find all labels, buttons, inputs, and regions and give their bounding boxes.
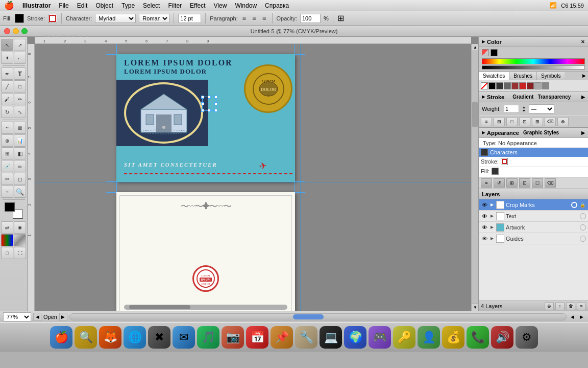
stroke-icon-4[interactable]: ⊡ xyxy=(519,117,530,126)
layer-row-text[interactable]: 👁 ▶ Text xyxy=(479,211,588,222)
fullscreen-btn[interactable]: ⛶ xyxy=(14,247,26,259)
line-tool[interactable]: ╱ xyxy=(1,80,13,93)
dock-finder[interactable]: 🍎 xyxy=(50,326,72,349)
hscroll-bar[interactable] xyxy=(69,313,567,320)
dock-speaker[interactable]: 🔊 xyxy=(491,326,513,349)
blend-tool[interactable]: ∞ xyxy=(14,160,26,172)
shape-tool[interactable]: □ xyxy=(14,80,26,93)
menu-window[interactable]: Window xyxy=(235,2,257,9)
graph-tool[interactable]: 📊 xyxy=(14,134,26,147)
layer-expand-artwork[interactable]: ▶ xyxy=(489,225,495,230)
tab-symbols[interactable]: Symbols xyxy=(537,72,565,80)
stroke-indicator[interactable] xyxy=(491,49,498,56)
menu-file[interactable]: File xyxy=(59,2,68,9)
minimize-button[interactable] xyxy=(13,28,19,34)
ap-icon-1[interactable]: ≡ xyxy=(481,178,492,188)
swatch-red2[interactable] xyxy=(519,82,526,89)
swatch-red3[interactable] xyxy=(527,82,534,89)
eraser-tool[interactable]: ◻ xyxy=(14,173,26,185)
normal-mode-btn[interactable]: □ xyxy=(1,247,13,259)
menu-object[interactable]: Object xyxy=(95,2,113,9)
fill-swatch[interactable] xyxy=(5,202,15,212)
ap-icon-2[interactable]: ↺ xyxy=(494,178,505,188)
appearance-characters-row[interactable]: Characters xyxy=(479,148,588,157)
magic-wand-tool[interactable]: ✦ xyxy=(1,52,13,64)
stroke-icon-5[interactable]: ⊞ xyxy=(532,117,543,126)
color-panel-close[interactable]: ✕ xyxy=(581,39,585,44)
tab-graphic-styles[interactable]: Graphic Styles xyxy=(523,130,559,135)
font-style-select[interactable]: Roman xyxy=(139,14,169,23)
dock-music[interactable]: 🎵 xyxy=(197,326,219,349)
direct-selection-tool[interactable]: ↗ xyxy=(14,39,26,51)
close-button[interactable] xyxy=(4,28,10,34)
hand-tool[interactable]: ☜ xyxy=(1,186,13,198)
tab-gradient[interactable]: Gradient xyxy=(510,94,535,100)
stroke-cap-select[interactable]: — xyxy=(529,104,554,113)
swap-colors-btn[interactable]: ⇄ xyxy=(1,221,13,234)
warp-tool[interactable]: ~ xyxy=(1,122,13,134)
ap-icon-5[interactable]: ☐ xyxy=(532,178,543,188)
dock-coin[interactable]: 💰 xyxy=(442,326,464,349)
menu-select[interactable]: Select xyxy=(143,2,160,9)
menu-edit[interactable]: Edit xyxy=(77,2,88,9)
color-panel-header[interactable]: ▶ Color ✕ xyxy=(479,37,588,47)
layer-expand-guides[interactable]: ▶ xyxy=(489,236,495,241)
ap-fill-swatch[interactable] xyxy=(492,168,499,175)
dock-search[interactable]: 🔍 xyxy=(75,326,97,349)
hscroll-thumb[interactable] xyxy=(293,314,324,319)
toolbar-fill-swatch[interactable] xyxy=(15,14,24,23)
gradient-tool[interactable]: ◧ xyxy=(14,147,26,159)
dock-globe[interactable]: 🌐 xyxy=(124,326,146,349)
nav-prev-btn[interactable]: ◀ xyxy=(33,313,41,321)
align-center-icon[interactable]: ≡ xyxy=(251,14,258,22)
selection-tool[interactable]: ↖ xyxy=(1,39,13,51)
scale-tool[interactable]: ⤡ xyxy=(14,106,26,118)
menu-help[interactable]: Справка xyxy=(265,2,289,9)
layer-expand-text[interactable]: ▶ xyxy=(489,214,495,219)
layer-expand-crop-marks[interactable]: ▶ xyxy=(489,202,495,208)
stroke-icon-7[interactable]: ⊗ xyxy=(557,117,569,126)
stroke-icon-2[interactable]: ⊞ xyxy=(494,117,505,126)
swatch-gray1[interactable] xyxy=(504,82,511,89)
layer-row-guides[interactable]: 👁 ▶ Guides xyxy=(479,233,588,244)
tab-transparency[interactable]: Transparency xyxy=(535,94,573,100)
nav-next-btn[interactable]: ▶ xyxy=(59,313,67,321)
dock-game[interactable]: 🎮 xyxy=(369,326,391,349)
layer-eye-guides[interactable]: 👁 xyxy=(481,235,488,242)
layer-add-btn[interactable]: ↑ xyxy=(555,302,565,310)
swatch-none[interactable] xyxy=(481,82,488,89)
dock-globe2[interactable]: 🌍 xyxy=(344,326,366,349)
zoom-button[interactable] xyxy=(21,28,28,34)
grid-icon[interactable]: ⊞ xyxy=(337,13,344,23)
zoom-tool[interactable]: 🔍 xyxy=(14,186,26,198)
menu-view[interactable]: View xyxy=(214,2,227,9)
swatch-red1[interactable] xyxy=(511,82,519,89)
gradient-mode-btn[interactable] xyxy=(14,234,26,246)
vscroll-track[interactable] xyxy=(472,51,478,304)
align-right-icon[interactable]: ≡ xyxy=(261,14,268,22)
layer-circle-artwork[interactable] xyxy=(580,224,586,231)
paintbrush-tool[interactable]: 🖌 xyxy=(1,93,13,105)
dock-x[interactable]: ✖ xyxy=(148,326,170,349)
dock-terminal[interactable]: 💻 xyxy=(320,326,342,349)
stroke-icon-1[interactable]: ≡ xyxy=(481,117,492,126)
dock-phone[interactable]: 📞 xyxy=(467,326,489,349)
stroke-icon-3[interactable]: □ xyxy=(506,117,518,126)
dock-tools[interactable]: 🔧 xyxy=(295,326,317,349)
swatch-gray3[interactable] xyxy=(542,82,549,89)
menu-filter[interactable]: Filter xyxy=(168,2,182,9)
opacity-input[interactable] xyxy=(300,14,321,23)
layer-circle-text[interactable] xyxy=(580,213,586,219)
rotate-tool[interactable]: ↻ xyxy=(1,106,13,118)
tab-brushes[interactable]: Brushes xyxy=(509,72,537,80)
layer-lock-crop-marks[interactable]: 🔒 xyxy=(579,201,586,209)
dock-mail[interactable]: ✉ xyxy=(173,326,195,349)
layer-options-btn[interactable]: ≡ xyxy=(577,302,586,310)
stroke-panel-close[interactable]: ▶ xyxy=(581,95,585,100)
ap-icon-6[interactable]: ⌫ xyxy=(545,178,556,188)
layer-eye-crop-marks[interactable]: 👁 xyxy=(481,201,488,209)
layer-eye-text[interactable]: 👁 xyxy=(481,213,488,220)
pencil-tool[interactable]: ✏ xyxy=(14,93,26,105)
toolbar-stroke-swatch[interactable] xyxy=(48,14,57,23)
eyedropper-tool[interactable]: 💉 xyxy=(1,160,13,172)
